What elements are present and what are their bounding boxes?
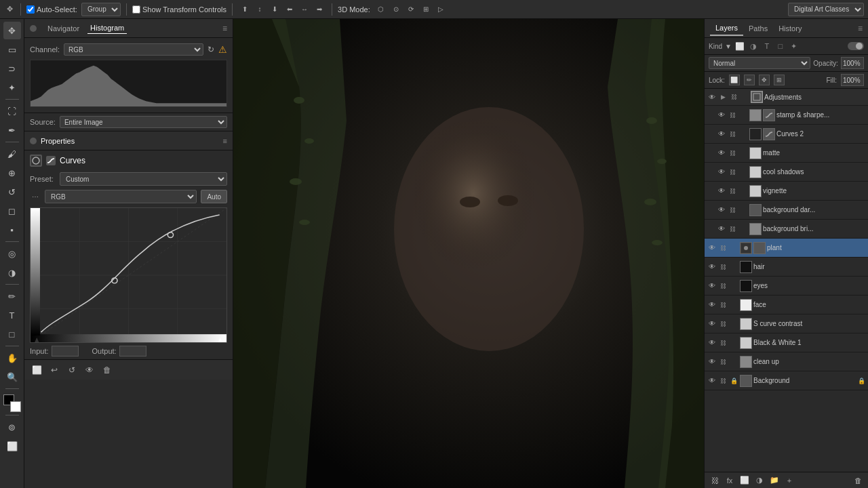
- layer-bg-bright[interactable]: 👁 ⛓ background bri...: [705, 220, 868, 239]
- histogram-menu-btn[interactable]: ≡: [222, 24, 227, 33]
- align-hcenter-btn[interactable]: ↔: [298, 3, 311, 16]
- 3d-btn-4[interactable]: ⊞: [419, 3, 433, 16]
- layer-stamp-sharpe[interactable]: 👁 ⛓ stamp & sharpe...: [705, 106, 868, 125]
- auto-select-type[interactable]: Group: [81, 3, 121, 16]
- clip-btn[interactable]: ⬜: [30, 363, 43, 377]
- layer-cool-shadows[interactable]: 👁 ⛓ cool shadows: [705, 163, 868, 182]
- channel-select[interactable]: RGB: [64, 43, 203, 56]
- curves-graph[interactable]: [30, 207, 227, 343]
- 3d-btn-2[interactable]: ⊙: [389, 3, 403, 16]
- background-eye[interactable]: 👁: [707, 376, 717, 386]
- canvas-area[interactable]: [233, 19, 704, 488]
- lasso-tool-btn[interactable]: ⊃: [3, 60, 21, 77]
- layer-bw[interactable]: 👁 ⛓ Black & White 1: [705, 333, 868, 352]
- plant-eye[interactable]: 👁: [707, 243, 717, 253]
- fill-input[interactable]: [841, 74, 864, 86]
- link-layers-btn[interactable]: ⛓: [709, 474, 721, 487]
- align-vcenter-btn[interactable]: ↕: [253, 3, 267, 16]
- cool-shadows-eye[interactable]: 👁: [717, 167, 726, 177]
- eyedropper-btn[interactable]: ✒: [3, 121, 21, 139]
- curves-point-icon[interactable]: ⋯: [30, 191, 41, 202]
- screen-mode-btn[interactable]: ⬜: [3, 437, 21, 455]
- history-brush-btn[interactable]: ↺: [3, 183, 21, 201]
- layer-s-curve[interactable]: 👁 ⛓ S curve contrast: [705, 314, 868, 333]
- layer-curves2[interactable]: 👁 ⛓ Curves 2: [705, 125, 868, 144]
- foreground-background-colors[interactable]: [3, 394, 21, 412]
- lock-transparent-btn[interactable]: ⬜: [729, 75, 740, 85]
- delete-btn[interactable]: 🗑: [100, 363, 114, 377]
- pen-tool-btn[interactable]: ✏: [3, 287, 21, 305]
- navigator-tab[interactable]: Navigator: [45, 23, 82, 34]
- align-top-btn[interactable]: ⬆: [238, 3, 252, 16]
- histogram-close-btn[interactable]: [30, 25, 37, 32]
- layer-matte[interactable]: 👁 ⛓ matte: [705, 144, 868, 163]
- layer-style-btn[interactable]: fx: [724, 474, 736, 487]
- matte-eye[interactable]: 👁: [717, 148, 726, 158]
- history-tab[interactable]: History: [773, 22, 807, 35]
- fill-btn[interactable]: ▪: [3, 221, 21, 239]
- blur-btn[interactable]: ◎: [3, 245, 21, 262]
- show-transform-checkbox[interactable]: [132, 5, 140, 14]
- eraser-btn[interactable]: ◻: [3, 202, 21, 220]
- new-fill-btn[interactable]: ◑: [753, 474, 766, 487]
- crop-tool-btn[interactable]: ⛶: [3, 102, 21, 120]
- move-tool-btn[interactable]: ✥: [3, 22, 21, 39]
- eyes-eye[interactable]: 👁: [707, 281, 717, 291]
- stamp-eye[interactable]: 👁: [717, 110, 726, 120]
- add-mask-btn[interactable]: ⬜: [738, 474, 751, 487]
- layer-background[interactable]: 👁 ⛓ 🔒 Background 🔒: [705, 371, 868, 390]
- layer-plant[interactable]: 👁 ⛓ plant: [705, 239, 868, 258]
- bw-eye[interactable]: 👁: [707, 338, 717, 348]
- opacity-input[interactable]: [841, 57, 864, 69]
- auto-btn[interactable]: Auto: [201, 190, 227, 203]
- 3d-btn-3[interactable]: ⟳: [404, 3, 418, 16]
- face-eye[interactable]: 👁: [707, 300, 717, 310]
- new-group-btn[interactable]: 📁: [768, 474, 781, 487]
- preset-select[interactable]: Custom: [60, 172, 227, 186]
- histogram-tab[interactable]: Histogram: [87, 22, 127, 34]
- layer-hair[interactable]: 👁 ⛓ hair: [705, 258, 868, 277]
- cleanup-eye[interactable]: 👁: [707, 357, 717, 367]
- bg-dark-eye[interactable]: 👁: [717, 205, 726, 215]
- type-tool-btn[interactable]: T: [3, 306, 21, 324]
- refresh-btn[interactable]: ↻: [208, 45, 214, 54]
- adjustments-eye[interactable]: 👁: [707, 92, 717, 102]
- lock-artboard-btn[interactable]: ⊞: [774, 75, 785, 85]
- properties-close-btn[interactable]: [30, 138, 37, 144]
- filter-toggle[interactable]: [848, 42, 864, 50]
- 3d-btn-5[interactable]: ▷: [434, 3, 448, 16]
- zoom-tool-btn[interactable]: 🔍: [3, 368, 21, 386]
- filter-adjust-icon[interactable]: ◑: [748, 41, 759, 52]
- brush-tool-btn[interactable]: 🖌: [3, 145, 21, 163]
- layer-bg-dark[interactable]: 👁 ⛓ background dar...: [705, 201, 868, 220]
- vignette-eye[interactable]: 👁: [717, 186, 726, 196]
- clone-stamp-btn[interactable]: ⊕: [3, 164, 21, 182]
- auto-select-checkbox[interactable]: [26, 5, 35, 14]
- delete-layer-btn[interactable]: 🗑: [852, 474, 864, 487]
- bg-bright-eye[interactable]: 👁: [717, 224, 726, 234]
- align-bottom-btn[interactable]: ⬇: [268, 3, 281, 16]
- blend-mode-select[interactable]: Normal: [709, 57, 810, 69]
- output-value[interactable]: [119, 346, 146, 357]
- lock-position-btn[interactable]: ✥: [759, 75, 770, 85]
- curves-channel-select[interactable]: RGB: [45, 190, 197, 203]
- source-select[interactable]: Entire Image: [60, 116, 227, 128]
- filter-pixel-icon[interactable]: ⬜: [734, 41, 745, 52]
- paths-tab[interactable]: Paths: [743, 22, 773, 35]
- background-color[interactable]: [10, 401, 21, 412]
- hand-tool-btn[interactable]: ✋: [3, 349, 21, 367]
- selection-tool-btn[interactable]: ▭: [3, 41, 21, 58]
- magic-wand-btn[interactable]: ✦: [3, 79, 21, 96]
- new-layer-btn[interactable]: +: [783, 474, 795, 487]
- layer-cleanup[interactable]: 👁 ⛓ clean up: [705, 352, 868, 371]
- properties-menu-btn[interactable]: ≡: [223, 137, 227, 145]
- filter-smart-icon[interactable]: ✦: [789, 41, 800, 52]
- visibility-btn[interactable]: 👁: [83, 363, 96, 377]
- adjustments-group[interactable]: 👁 ▶ ⛓ Adjustments: [705, 89, 868, 106]
- dodge-btn[interactable]: ◑: [3, 264, 21, 281]
- previous-state-btn[interactable]: ↩: [47, 363, 61, 377]
- s-curve-eye[interactable]: 👁: [707, 319, 717, 329]
- shape-tool-btn[interactable]: □: [3, 325, 21, 343]
- layer-face[interactable]: 👁 ⛓ face: [705, 296, 868, 314]
- reset-btn[interactable]: ↺: [65, 363, 79, 377]
